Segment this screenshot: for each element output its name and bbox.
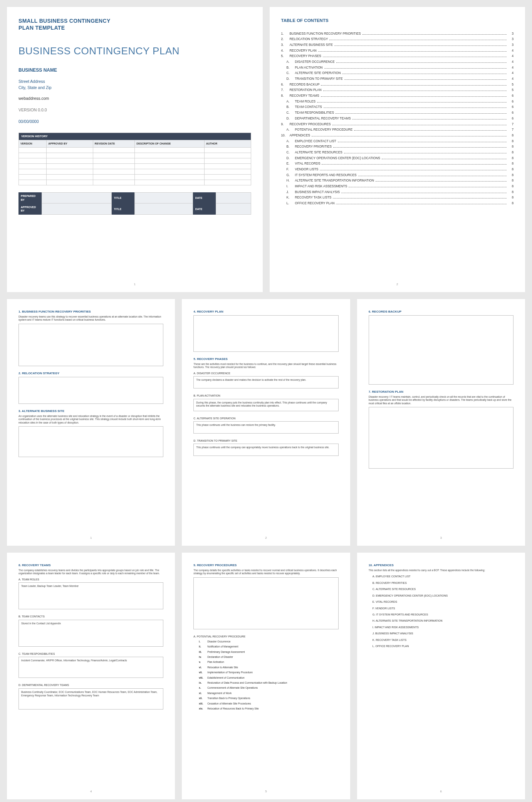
procedure-step: ii.Notification of Management bbox=[199, 645, 338, 649]
teams-b-heading: B. TEAM CONTACTS bbox=[18, 615, 163, 618]
phase-d-heading: D. TRANSITION TO PRIMARY SITE bbox=[193, 439, 338, 442]
toc-entry: 10.APPENDICES8 bbox=[281, 133, 514, 138]
step-number: viii. bbox=[199, 676, 207, 680]
step-text: Disaster Occurrence bbox=[207, 640, 230, 644]
toc-leader bbox=[342, 74, 507, 74]
toc-label: EMERGENCY OPERATIONS CENTER (EOC) LOCATI… bbox=[295, 156, 380, 160]
toc-leader bbox=[312, 136, 507, 136]
page-5: 6. RECORDS BACKUP 7. RESTORATION PLAN Di… bbox=[357, 299, 525, 546]
date-field-2 bbox=[216, 203, 251, 215]
toc-entry: 7.RESTORATION PLAN5 bbox=[281, 88, 514, 92]
toc-entry: 2.RELOCATION STRATEGY3 bbox=[281, 37, 514, 41]
toc-num: H. bbox=[287, 178, 295, 183]
col-description: DESCRIPTION OF CHANGE bbox=[135, 140, 205, 147]
toc-page: 6 bbox=[508, 111, 514, 115]
template-subtitle-line2: PLAN TEMPLATE bbox=[18, 25, 251, 32]
toc-page: 8 bbox=[508, 178, 514, 183]
page-6: 8. RECOVERY TEAMS The company establishe… bbox=[7, 553, 175, 799]
toc-label: TEAM ROLES bbox=[295, 99, 316, 104]
approved-by-label: APPROVED BY bbox=[18, 203, 42, 215]
section-3-desc: An organization uses the alternate busin… bbox=[18, 415, 163, 425]
toc-label: TEAM RESPONSIBILITIES bbox=[295, 111, 334, 115]
step-text: Relocation to Alternate Site bbox=[207, 666, 238, 669]
toc-num: B. bbox=[287, 66, 295, 70]
title-field-2 bbox=[134, 203, 193, 215]
toc-num: A. bbox=[287, 128, 295, 132]
phase-c-heading: C. ALTERNATE SITE OPERATION bbox=[193, 417, 338, 420]
teams-d-box: Business Continuity Coordinator, EOC Com… bbox=[18, 688, 163, 710]
section-6-box bbox=[369, 315, 514, 385]
toc-entry: 9.RECOVERY PROCEDURES7 bbox=[281, 122, 514, 126]
toc-leader bbox=[352, 119, 507, 119]
step-number: vi. bbox=[199, 666, 207, 669]
toc-page: 8 bbox=[508, 184, 514, 188]
step-text: Relocation of Resources Back to Primary … bbox=[207, 707, 258, 711]
toc-leader bbox=[336, 113, 507, 114]
procedure-step: xi.Management of Work bbox=[199, 692, 338, 695]
toc-leader bbox=[320, 170, 507, 170]
toc-entry: D.DEPARTMENTAL RECOVERY TEAMS6 bbox=[281, 116, 514, 121]
title-label-2: TITLE bbox=[111, 203, 134, 215]
toc-page: 4 bbox=[508, 60, 514, 64]
toc-leader bbox=[344, 153, 507, 153]
phase-b-box: During this phase, the company puts the … bbox=[193, 399, 338, 411]
toc-label: IMPACT AND RISK ASSESSMENTS bbox=[295, 184, 347, 188]
toc-entry: 4.RECOVERY PLAN4 bbox=[281, 49, 514, 53]
appendix-item: G. IT SYSTEM REPORTS AND RESOURCES bbox=[373, 613, 514, 616]
toc-page: 7 bbox=[508, 128, 514, 132]
toc-label: ALTERNATE BUSINESS SITE bbox=[290, 43, 333, 47]
toc-leader bbox=[349, 187, 507, 187]
toc-entry: 6.RECORDS BACKUP5 bbox=[281, 82, 514, 87]
table-row bbox=[19, 174, 251, 180]
toc-num: B. bbox=[287, 105, 295, 109]
toc-entry: K.RECOVERY TASK LISTS8 bbox=[281, 195, 514, 200]
toc-num: A. bbox=[287, 139, 295, 143]
toc-num: G. bbox=[287, 173, 295, 177]
section-3-heading: 3. ALTERNATE BUSINESS SITE bbox=[18, 409, 163, 414]
section-4-heading: 4. RECOVERY PLAN bbox=[193, 310, 338, 314]
page-number: 1 bbox=[90, 536, 92, 540]
section-6-heading: 6. RECORDS BACKUP bbox=[369, 310, 514, 314]
toc-num: F. bbox=[287, 167, 295, 171]
page-number: 1 bbox=[134, 282, 136, 287]
section-1-desc: Disaster recovery teams use this strateg… bbox=[18, 315, 163, 322]
street-address: Street Address bbox=[18, 79, 251, 85]
toc-page: 3 bbox=[508, 37, 514, 41]
toc-num: 6. bbox=[281, 82, 290, 87]
step-text: Cessation of Alternate Site Procedures bbox=[207, 702, 251, 706]
date-placeholder: 00/00/0000 bbox=[18, 119, 251, 124]
toc-num: 3. bbox=[281, 43, 290, 47]
toc-num: 4. bbox=[281, 49, 290, 53]
toc-entry: H.ALTERNATE SITE TRANSPORTATION INFORMAT… bbox=[281, 178, 514, 183]
teams-a-heading: A. TEAM ROLES bbox=[18, 578, 163, 581]
toc-leader bbox=[376, 181, 507, 182]
toc-label: VITAL RECORDS bbox=[295, 161, 321, 166]
toc-num: 9. bbox=[281, 122, 290, 126]
toc-entry: 1.BUSINESS FUNCTION RECOVERY PRIORITIES3 bbox=[281, 32, 514, 36]
page-number: 4 bbox=[90, 790, 92, 794]
toc-leader bbox=[336, 204, 507, 204]
toc-leader bbox=[317, 102, 507, 103]
toc-page: 3 bbox=[508, 32, 514, 36]
section-10-desc: This section lists all the appendices ne… bbox=[369, 569, 514, 572]
toc-num: 2. bbox=[281, 37, 290, 41]
toc-num: I. bbox=[287, 184, 295, 188]
appendix-item: C. ALTERNATE SITE RESOURCES bbox=[373, 587, 514, 591]
page-3: 1. BUSINESS FUNCTION RECOVERY PRIORITIES… bbox=[7, 299, 175, 546]
toc-entry: C.TEAM RESPONSIBILITIES6 bbox=[281, 111, 514, 115]
page-number: 2 bbox=[396, 282, 398, 287]
step-number: i. bbox=[199, 640, 207, 644]
appendix-item: J. BUSINESS IMPACT ANALYSIS bbox=[373, 632, 514, 635]
toc-entry: F.VENDOR LISTS8 bbox=[281, 167, 514, 171]
col-author: AUTHOR bbox=[204, 140, 251, 147]
toc-label: RECOVERY TEAMS bbox=[290, 94, 319, 98]
toc-page: 8 bbox=[508, 201, 514, 205]
toc-leader bbox=[344, 79, 507, 80]
table-row bbox=[19, 169, 251, 174]
toc-entry: A.DISASTER OCCURRENCE4 bbox=[281, 60, 514, 64]
appendix-item: A. EMPLOYEE CONTACT LIST bbox=[373, 575, 514, 578]
step-number: v. bbox=[199, 661, 207, 664]
toc-entry: B.RECOVERY PRIORITIES8 bbox=[281, 145, 514, 149]
step-number: xiv. bbox=[199, 707, 207, 711]
step-text: Commencement of Alternate Site Operation… bbox=[207, 686, 258, 690]
